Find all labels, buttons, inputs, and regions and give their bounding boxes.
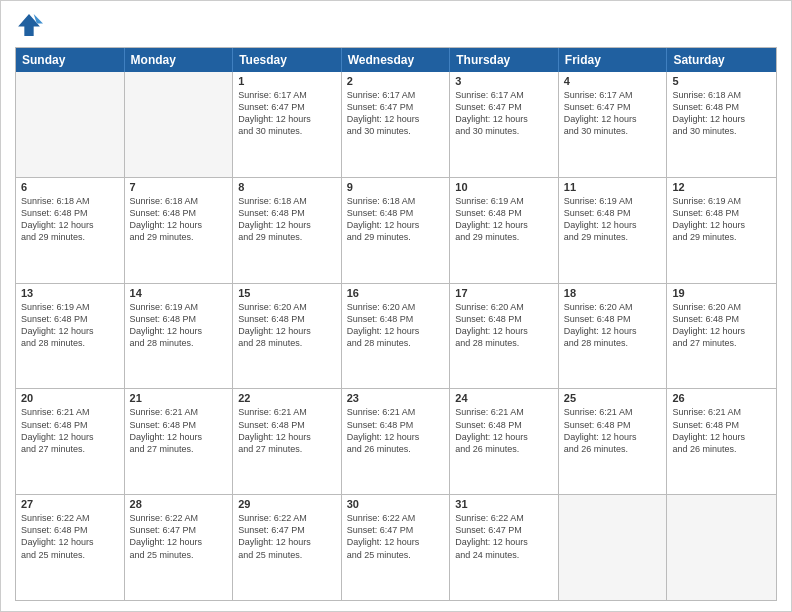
calendar-cell: 5Sunrise: 6:18 AM Sunset: 6:48 PM Daylig… <box>667 72 776 177</box>
day-info: Sunrise: 6:21 AM Sunset: 6:48 PM Dayligh… <box>564 406 662 455</box>
day-number: 30 <box>347 498 445 510</box>
calendar-cell: 13Sunrise: 6:19 AM Sunset: 6:48 PM Dayli… <box>16 284 125 389</box>
day-number: 23 <box>347 392 445 404</box>
day-number: 12 <box>672 181 771 193</box>
day-info: Sunrise: 6:21 AM Sunset: 6:48 PM Dayligh… <box>21 406 119 455</box>
calendar-header: SundayMondayTuesdayWednesdayThursdayFrid… <box>16 48 776 72</box>
calendar-cell: 25Sunrise: 6:21 AM Sunset: 6:48 PM Dayli… <box>559 389 668 494</box>
day-number: 31 <box>455 498 553 510</box>
page: SundayMondayTuesdayWednesdayThursdayFrid… <box>0 0 792 612</box>
day-info: Sunrise: 6:17 AM Sunset: 6:47 PM Dayligh… <box>347 89 445 138</box>
calendar-cell: 4Sunrise: 6:17 AM Sunset: 6:47 PM Daylig… <box>559 72 668 177</box>
calendar-header-cell: Sunday <box>16 48 125 72</box>
calendar-header-cell: Monday <box>125 48 234 72</box>
calendar: SundayMondayTuesdayWednesdayThursdayFrid… <box>15 47 777 601</box>
day-number: 6 <box>21 181 119 193</box>
calendar-week: 20Sunrise: 6:21 AM Sunset: 6:48 PM Dayli… <box>16 389 776 495</box>
calendar-cell: 20Sunrise: 6:21 AM Sunset: 6:48 PM Dayli… <box>16 389 125 494</box>
day-number: 27 <box>21 498 119 510</box>
day-number: 5 <box>672 75 771 87</box>
day-info: Sunrise: 6:18 AM Sunset: 6:48 PM Dayligh… <box>347 195 445 244</box>
logo <box>15 11 47 39</box>
day-info: Sunrise: 6:21 AM Sunset: 6:48 PM Dayligh… <box>238 406 336 455</box>
logo-icon <box>15 11 43 39</box>
day-info: Sunrise: 6:19 AM Sunset: 6:48 PM Dayligh… <box>672 195 771 244</box>
calendar-week: 6Sunrise: 6:18 AM Sunset: 6:48 PM Daylig… <box>16 178 776 284</box>
day-info: Sunrise: 6:21 AM Sunset: 6:48 PM Dayligh… <box>130 406 228 455</box>
day-number: 4 <box>564 75 662 87</box>
calendar-week: 27Sunrise: 6:22 AM Sunset: 6:48 PM Dayli… <box>16 495 776 600</box>
calendar-cell: 19Sunrise: 6:20 AM Sunset: 6:48 PM Dayli… <box>667 284 776 389</box>
calendar-cell: 26Sunrise: 6:21 AM Sunset: 6:48 PM Dayli… <box>667 389 776 494</box>
day-info: Sunrise: 6:22 AM Sunset: 6:48 PM Dayligh… <box>21 512 119 561</box>
calendar-cell: 11Sunrise: 6:19 AM Sunset: 6:48 PM Dayli… <box>559 178 668 283</box>
day-info: Sunrise: 6:19 AM Sunset: 6:48 PM Dayligh… <box>21 301 119 350</box>
day-number: 22 <box>238 392 336 404</box>
day-number: 3 <box>455 75 553 87</box>
day-info: Sunrise: 6:22 AM Sunset: 6:47 PM Dayligh… <box>347 512 445 561</box>
calendar-cell: 31Sunrise: 6:22 AM Sunset: 6:47 PM Dayli… <box>450 495 559 600</box>
calendar-cell: 9Sunrise: 6:18 AM Sunset: 6:48 PM Daylig… <box>342 178 451 283</box>
day-info: Sunrise: 6:21 AM Sunset: 6:48 PM Dayligh… <box>455 406 553 455</box>
calendar-cell: 23Sunrise: 6:21 AM Sunset: 6:48 PM Dayli… <box>342 389 451 494</box>
day-info: Sunrise: 6:17 AM Sunset: 6:47 PM Dayligh… <box>238 89 336 138</box>
calendar-cell: 6Sunrise: 6:18 AM Sunset: 6:48 PM Daylig… <box>16 178 125 283</box>
day-number: 2 <box>347 75 445 87</box>
day-number: 1 <box>238 75 336 87</box>
day-number: 18 <box>564 287 662 299</box>
calendar-cell: 21Sunrise: 6:21 AM Sunset: 6:48 PM Dayli… <box>125 389 234 494</box>
calendar-cell: 1Sunrise: 6:17 AM Sunset: 6:47 PM Daylig… <box>233 72 342 177</box>
day-number: 13 <box>21 287 119 299</box>
day-number: 19 <box>672 287 771 299</box>
day-number: 8 <box>238 181 336 193</box>
day-number: 10 <box>455 181 553 193</box>
day-number: 15 <box>238 287 336 299</box>
calendar-cell: 27Sunrise: 6:22 AM Sunset: 6:48 PM Dayli… <box>16 495 125 600</box>
calendar-header-cell: Wednesday <box>342 48 451 72</box>
day-info: Sunrise: 6:20 AM Sunset: 6:48 PM Dayligh… <box>564 301 662 350</box>
day-number: 7 <box>130 181 228 193</box>
calendar-cell: 7Sunrise: 6:18 AM Sunset: 6:48 PM Daylig… <box>125 178 234 283</box>
calendar-cell: 22Sunrise: 6:21 AM Sunset: 6:48 PM Dayli… <box>233 389 342 494</box>
day-number: 16 <box>347 287 445 299</box>
calendar-cell <box>16 72 125 177</box>
day-info: Sunrise: 6:17 AM Sunset: 6:47 PM Dayligh… <box>564 89 662 138</box>
calendar-cell: 24Sunrise: 6:21 AM Sunset: 6:48 PM Dayli… <box>450 389 559 494</box>
calendar-header-cell: Friday <box>559 48 668 72</box>
calendar-cell: 30Sunrise: 6:22 AM Sunset: 6:47 PM Dayli… <box>342 495 451 600</box>
calendar-cell <box>667 495 776 600</box>
day-info: Sunrise: 6:18 AM Sunset: 6:48 PM Dayligh… <box>130 195 228 244</box>
day-number: 17 <box>455 287 553 299</box>
calendar-cell: 16Sunrise: 6:20 AM Sunset: 6:48 PM Dayli… <box>342 284 451 389</box>
day-number: 11 <box>564 181 662 193</box>
day-number: 25 <box>564 392 662 404</box>
calendar-cell: 10Sunrise: 6:19 AM Sunset: 6:48 PM Dayli… <box>450 178 559 283</box>
day-number: 20 <box>21 392 119 404</box>
day-number: 14 <box>130 287 228 299</box>
calendar-week: 13Sunrise: 6:19 AM Sunset: 6:48 PM Dayli… <box>16 284 776 390</box>
calendar-cell <box>559 495 668 600</box>
day-number: 9 <box>347 181 445 193</box>
day-number: 21 <box>130 392 228 404</box>
calendar-header-cell: Saturday <box>667 48 776 72</box>
day-info: Sunrise: 6:21 AM Sunset: 6:48 PM Dayligh… <box>672 406 771 455</box>
day-info: Sunrise: 6:18 AM Sunset: 6:48 PM Dayligh… <box>672 89 771 138</box>
calendar-cell <box>125 72 234 177</box>
calendar-cell: 3Sunrise: 6:17 AM Sunset: 6:47 PM Daylig… <box>450 72 559 177</box>
day-number: 29 <box>238 498 336 510</box>
calendar-cell: 29Sunrise: 6:22 AM Sunset: 6:47 PM Dayli… <box>233 495 342 600</box>
day-info: Sunrise: 6:19 AM Sunset: 6:48 PM Dayligh… <box>455 195 553 244</box>
calendar-cell: 8Sunrise: 6:18 AM Sunset: 6:48 PM Daylig… <box>233 178 342 283</box>
calendar-cell: 14Sunrise: 6:19 AM Sunset: 6:48 PM Dayli… <box>125 284 234 389</box>
day-info: Sunrise: 6:20 AM Sunset: 6:48 PM Dayligh… <box>455 301 553 350</box>
day-number: 26 <box>672 392 771 404</box>
day-info: Sunrise: 6:22 AM Sunset: 6:47 PM Dayligh… <box>455 512 553 561</box>
calendar-cell: 2Sunrise: 6:17 AM Sunset: 6:47 PM Daylig… <box>342 72 451 177</box>
calendar-body: 1Sunrise: 6:17 AM Sunset: 6:47 PM Daylig… <box>16 72 776 600</box>
calendar-cell: 12Sunrise: 6:19 AM Sunset: 6:48 PM Dayli… <box>667 178 776 283</box>
day-number: 24 <box>455 392 553 404</box>
header <box>15 11 777 39</box>
day-info: Sunrise: 6:19 AM Sunset: 6:48 PM Dayligh… <box>564 195 662 244</box>
day-info: Sunrise: 6:22 AM Sunset: 6:47 PM Dayligh… <box>238 512 336 561</box>
calendar-week: 1Sunrise: 6:17 AM Sunset: 6:47 PM Daylig… <box>16 72 776 178</box>
